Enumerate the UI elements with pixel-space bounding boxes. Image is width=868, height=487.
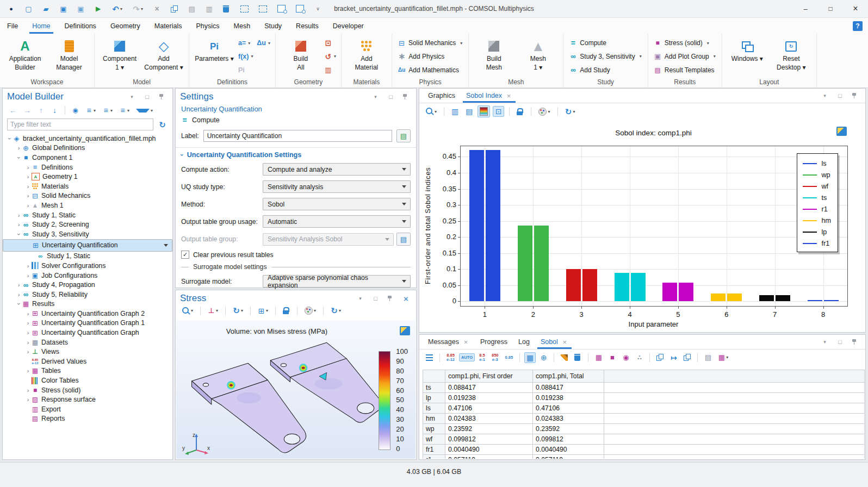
sync-icon[interactable]: ↻▾ <box>563 106 578 117</box>
tree-item[interactable]: ▤Reports <box>3 414 172 424</box>
tree-item[interactable]: ›∞Study 4, Propagation <box>3 280 172 290</box>
ribbon-button[interactable]: PiParameters ▾ <box>194 35 234 78</box>
tree-item[interactable]: ›Solver Configurations <box>3 261 172 271</box>
field-select[interactable]: Compute and analyze <box>263 163 411 176</box>
compute-button[interactable]: = Compute <box>181 116 411 124</box>
surface-plot-icon[interactable]: ■ <box>606 352 618 363</box>
tree-item[interactable]: ›▨Response surface <box>3 395 172 404</box>
panel-menu-button[interactable]: ▾ <box>370 91 381 102</box>
snapshot-icon[interactable] <box>836 127 847 136</box>
expand-arrow-icon[interactable]: › <box>24 202 32 209</box>
ribbon-button[interactable]: =Compute <box>569 37 641 49</box>
panel-menu-button[interactable]: ▾ <box>355 293 366 304</box>
panel-menu-button[interactable]: ▾ <box>819 90 830 101</box>
close-button[interactable]: × <box>843 0 868 17</box>
menu-tab-materials[interactable]: Materials <box>147 18 189 34</box>
pin-button[interactable] <box>385 294 396 304</box>
ribbon-button[interactable]: ΔuAdd Mathematics <box>398 64 462 76</box>
copy-icon[interactable] <box>169 4 180 14</box>
tree-item[interactable]: ›∞Study 5, Reliability <box>3 290 172 299</box>
float-button[interactable]: □ <box>141 91 153 102</box>
expand-arrow-icon[interactable]: › <box>24 310 32 317</box>
clear-table-icon[interactable] <box>559 353 570 363</box>
ribbon-small-button[interactable]: ▥ <box>325 66 332 74</box>
table-row[interactable]: ts0.0884170.088417 <box>423 383 865 393</box>
expand-icon[interactable]: ≡▾ <box>83 105 98 116</box>
float-button[interactable]: □ <box>834 336 846 347</box>
tree-item[interactable]: ›◈bracket_uncertainty_quantification_fil… <box>3 134 172 143</box>
ribbon-button[interactable]: ▲Mesh 1 ▾ <box>518 35 558 78</box>
new-table-icon[interactable]: ▦ <box>593 352 604 363</box>
expand-arrow-icon[interactable]: › <box>24 263 32 269</box>
forward-icon[interactable]: → <box>21 105 33 116</box>
palette-icon[interactable]: ▾ <box>302 305 318 316</box>
ribbon-small-button[interactable]: f(x)▾ <box>238 53 253 60</box>
tree-item[interactable]: ›▣Job Configurations <box>3 271 172 280</box>
ribbon-button[interactable]: ■Stress (solid)▾ <box>654 37 716 49</box>
tab-close-icon[interactable]: × <box>561 338 568 346</box>
field-select[interactable]: Sobol <box>263 198 411 210</box>
ribbon-button[interactable]: ▣Add Plot Group▾ <box>654 51 716 63</box>
comsol-logo-icon[interactable]: ● <box>5 3 17 14</box>
ribbon-button[interactable]: ⊟Solid Mechanics▾ <box>398 37 462 49</box>
copy-icon[interactable] <box>654 352 666 363</box>
tree-item[interactable]: ›■Stress (solid) <box>3 385 172 395</box>
select-frame-icon[interactable] <box>238 4 251 14</box>
tree-item[interactable]: ›⊕Global Definitions <box>3 143 172 153</box>
expand-arrow-icon[interactable]: › <box>15 291 22 298</box>
table-row[interactable]: wp0.235920.23592 <box>423 424 865 434</box>
tree-item[interactable]: ⊞Uncertainty Quantification <box>3 239 172 252</box>
pin-button[interactable] <box>850 91 861 101</box>
go-to-table-button[interactable]: ▤ <box>396 233 411 246</box>
tree-item[interactable]: ›⊞Uncertainty Quantification Graph 2 <box>3 309 172 319</box>
menu-tab-home[interactable]: Home <box>25 18 57 34</box>
tree-item[interactable]: ›≡Definitions <box>3 163 172 172</box>
expand-arrow-icon[interactable]: › <box>24 183 32 190</box>
tab-progress[interactable]: Progress <box>475 335 513 349</box>
sync-icon[interactable]: ↻▾ <box>328 305 343 316</box>
menu-tab-file[interactable]: File <box>0 18 25 34</box>
float-button[interactable]: □ <box>370 293 381 304</box>
filter-icon[interactable]: ▾ <box>134 107 155 115</box>
table-row[interactable]: ls0.471060.47106 <box>423 403 865 414</box>
tab-close-icon[interactable]: × <box>462 338 469 346</box>
panel-close-button[interactable]: × <box>400 293 412 304</box>
save-search-icon[interactable]: ▣ <box>75 3 86 14</box>
tree-item[interactable]: ›▦Results <box>3 299 172 309</box>
expand-arrow-icon[interactable]: › <box>24 173 32 180</box>
zoom-icon[interactable]: ▾ <box>424 106 439 117</box>
show-in-model-builder-button[interactable]: ▤ <box>396 129 411 142</box>
expand-arrow-icon[interactable]: › <box>24 339 32 346</box>
expand-arrow-icon[interactable]: › <box>24 396 32 403</box>
expand-arrow-icon[interactable]: › <box>24 192 32 199</box>
table-row[interactable]: r10.0571190.057119 <box>423 455 865 459</box>
decimal-display-icon[interactable]: 0.85 <box>503 353 516 361</box>
collapse-arrow-icon[interactable]: › <box>16 230 22 238</box>
menu-tab-physics[interactable]: Physics <box>189 18 226 34</box>
grid-icon[interactable]: ⊞▾ <box>256 305 270 316</box>
ribbon-small-button[interactable]: a=▾ <box>238 39 250 47</box>
table-row[interactable]: hm0.0243830.024383 <box>423 414 865 424</box>
row-list-icon[interactable] <box>424 353 435 363</box>
down-icon[interactable]: ↓ <box>49 105 60 116</box>
table-row[interactable]: wf0.0998120.099812 <box>423 434 865 445</box>
ribbon-small-button[interactable]: ↺▾ <box>325 53 336 60</box>
undo-icon[interactable]: ↶▾ <box>110 3 125 14</box>
label-input[interactable] <box>203 130 392 142</box>
export-table-icon[interactable]: ↦ <box>668 352 679 363</box>
float-button[interactable]: □ <box>385 91 396 102</box>
snapshot-icon[interactable] <box>400 326 410 335</box>
ribbon-button[interactable]: ∗Add Physics <box>398 51 462 63</box>
response-plot-icon[interactable]: ◉ <box>620 352 631 363</box>
tree-item[interactable]: ▥Export <box>3 404 172 414</box>
open-icon[interactable]: ▰ <box>40 3 52 14</box>
pin-button[interactable] <box>157 92 168 102</box>
ribbon-button[interactable]: ▤Result Templates <box>654 64 716 76</box>
expand-arrow-icon[interactable]: › <box>24 320 32 326</box>
ribbon-button[interactable]: Build Mesh <box>474 35 514 78</box>
panel-menu-button[interactable]: ▾ <box>819 336 830 347</box>
collapse-icon[interactable]: ≡▾ <box>100 105 115 116</box>
menu-tab-mesh[interactable]: Mesh <box>227 18 258 34</box>
save-icon[interactable]: ▣ <box>58 3 69 14</box>
scatter-plot-icon[interactable]: ∴ <box>634 352 645 363</box>
